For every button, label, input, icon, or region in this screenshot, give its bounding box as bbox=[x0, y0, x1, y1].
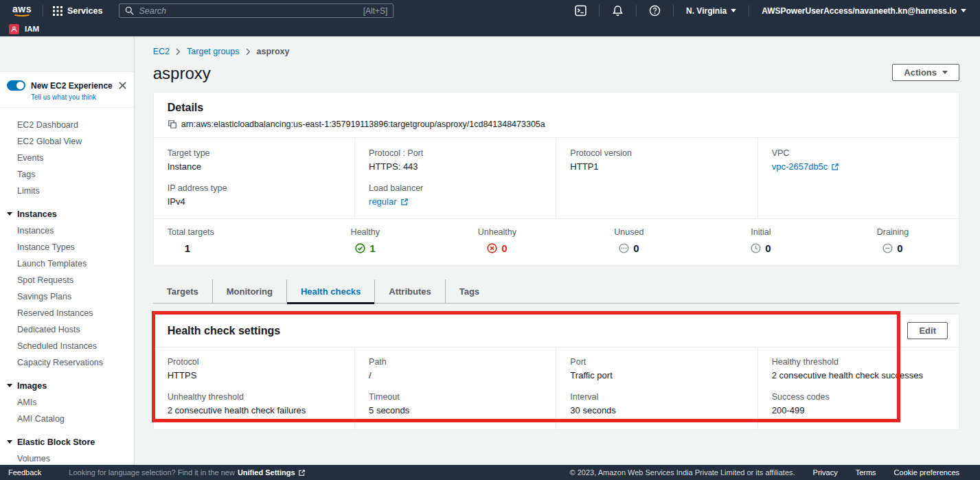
language-prompt: Looking for language selection? Find it … bbox=[69, 468, 235, 477]
breadcrumb-target-groups[interactable]: Target groups bbox=[187, 47, 239, 56]
new-ec2-experience-panel: New EC2 Experience Tell us what you thin… bbox=[0, 71, 134, 108]
protocol-value: HTTPS bbox=[168, 370, 341, 380]
divider bbox=[749, 5, 749, 16]
sidebar-item-limits[interactable]: Limits bbox=[0, 183, 134, 199]
sidebar-item-launch-templates[interactable]: Launch Templates bbox=[0, 255, 134, 272]
healthy-check-icon bbox=[355, 243, 365, 253]
triangle-down-icon bbox=[7, 384, 12, 387]
terms-link[interactable]: Terms bbox=[856, 468, 876, 477]
sidebar-item-ami-catalog[interactable]: AMI Catalog bbox=[0, 411, 134, 427]
favorite-iam-link[interactable]: IAM bbox=[25, 25, 39, 33]
sidebar-item-savings-plans[interactable]: Savings Plans bbox=[0, 288, 134, 305]
vpc-link[interactable]: vpc-2657db5c bbox=[772, 161, 828, 172]
target-group-arn: arn:aws:elasticloadbalancing:us-east-1:3… bbox=[181, 119, 545, 129]
edit-button[interactable]: Edit bbox=[907, 322, 948, 339]
search-bar[interactable]: [Alt+S] bbox=[119, 3, 394, 18]
chevron-right-icon bbox=[176, 48, 181, 56]
chevron-down-icon bbox=[942, 71, 948, 74]
tab-health-checks[interactable]: Health checks bbox=[286, 279, 374, 303]
cloudshell-icon[interactable] bbox=[568, 5, 593, 16]
initial-clock-icon bbox=[751, 243, 761, 253]
help-icon[interactable] bbox=[642, 5, 668, 16]
sidebar-nav: EC2 Dashboard EC2 Global View Events Tag… bbox=[0, 108, 134, 464]
unused-ellipsis-icon bbox=[619, 243, 629, 253]
divider bbox=[599, 5, 600, 16]
feedback-link[interactable]: Feedback bbox=[8, 468, 41, 477]
actions-button[interactable]: Actions bbox=[892, 64, 959, 81]
sidebar-item-ec2-dashboard[interactable]: EC2 Dashboard bbox=[0, 117, 134, 133]
notifications-bell-icon[interactable] bbox=[605, 5, 630, 16]
breadcrumb-ec2[interactable]: EC2 bbox=[153, 47, 170, 56]
sidebar-section-images[interactable]: Images bbox=[0, 377, 134, 394]
account-label: AWSPowerUserAccess/navaneeth.kn@harness.… bbox=[762, 6, 957, 16]
details-grid: Target type Instance IP address type IPv… bbox=[154, 137, 959, 218]
sidebar-item-reserved-instances[interactable]: Reserved Instances bbox=[0, 305, 134, 321]
success-codes-value: 200-499 bbox=[772, 405, 945, 415]
sidebar-item-capacity-reservations[interactable]: Capacity Reservations bbox=[0, 354, 134, 371]
triangle-down-icon bbox=[7, 212, 12, 216]
services-label: Services bbox=[67, 6, 102, 16]
interval-label: Interval bbox=[570, 392, 743, 402]
search-icon bbox=[125, 6, 134, 15]
total-targets: Total targets 1 bbox=[154, 227, 299, 254]
new-experience-toggle[interactable] bbox=[7, 80, 25, 91]
new-experience-title: New EC2 Experience bbox=[31, 81, 113, 91]
sidebar-item-amis[interactable]: AMIs bbox=[0, 394, 134, 411]
protocol-label: Protocol bbox=[168, 357, 341, 367]
divider bbox=[636, 5, 637, 16]
aws-logo[interactable]: aws bbox=[12, 5, 32, 16]
protocol-version-value: HTTP1 bbox=[570, 161, 743, 172]
breadcrumb-current: asproxy bbox=[257, 47, 290, 56]
healthy-threshold-value: 2 consecutive health check successes bbox=[772, 370, 945, 380]
iam-service-icon bbox=[9, 24, 19, 34]
port-value: Traffic port bbox=[570, 370, 743, 380]
copyright-text: © 2023, Amazon Web Services India Privat… bbox=[570, 468, 795, 477]
sidebar-item-dedicated-hosts[interactable]: Dedicated Hosts bbox=[0, 321, 134, 338]
protocol-port-label: Protocol : Port bbox=[369, 148, 542, 158]
top-navigation: aws Services [Alt+S] bbox=[0, 0, 980, 36]
tell-us-link[interactable]: Tell us what you think bbox=[31, 93, 113, 101]
sidebar-item-ec2-global-view[interactable]: EC2 Global View bbox=[0, 133, 134, 150]
tab-attributes[interactable]: Attributes bbox=[374, 279, 444, 303]
privacy-link[interactable]: Privacy bbox=[813, 468, 838, 477]
sidebar-item-instances[interactable]: Instances bbox=[0, 222, 134, 239]
path-value: / bbox=[369, 370, 542, 380]
top-nav-utilities: N. Virginia AWSPowerUserAccess/navaneeth… bbox=[568, 5, 973, 16]
unhealthy-threshold-label: Unhealthy threshold bbox=[168, 392, 341, 402]
sidebar-item-tags[interactable]: Tags bbox=[0, 166, 134, 183]
health-check-grid: Protocol HTTPS Unhealthy threshold 2 con… bbox=[154, 347, 959, 429]
details-card: Details arn:aws:elasticloadbalancing:us-… bbox=[153, 92, 959, 266]
load-balancer-label: Load balancer bbox=[369, 183, 542, 193]
close-icon[interactable] bbox=[118, 81, 127, 90]
copy-icon[interactable] bbox=[168, 119, 177, 129]
target-type-label: Target type bbox=[168, 148, 341, 158]
cookie-preferences-link[interactable]: Cookie preferences bbox=[894, 468, 959, 477]
health-check-settings-title: Health check settings bbox=[168, 325, 281, 337]
sidebar-item-events[interactable]: Events bbox=[0, 150, 134, 166]
sidebar-item-instance-types[interactable]: Instance Types bbox=[0, 239, 134, 255]
region-selector[interactable]: N. Virginia bbox=[679, 6, 743, 16]
target-type-value: Instance bbox=[168, 161, 341, 172]
top-nav-row: aws Services [Alt+S] bbox=[0, 0, 980, 21]
external-link-icon bbox=[400, 198, 409, 206]
tab-monitoring[interactable]: Monitoring bbox=[212, 279, 286, 303]
sidebar-item-spot-requests[interactable]: Spot Requests bbox=[0, 272, 134, 288]
path-label: Path bbox=[369, 357, 542, 367]
tab-tags[interactable]: Tags bbox=[445, 279, 493, 303]
sidebar-item-volumes[interactable]: Volumes bbox=[0, 450, 134, 464]
sidebar-item-scheduled-instances[interactable]: Scheduled Instances bbox=[0, 338, 134, 354]
account-menu[interactable]: AWSPowerUserAccess/navaneeth.kn@harness.… bbox=[755, 6, 973, 16]
services-menu-button[interactable]: Services bbox=[49, 6, 106, 16]
unified-settings-link[interactable]: Unified Settings bbox=[238, 468, 295, 477]
search-input[interactable] bbox=[139, 6, 358, 16]
aws-console-window: aws Services [Alt+S] bbox=[0, 0, 980, 480]
vpc-label: VPC bbox=[772, 148, 945, 158]
tab-targets[interactable]: Targets bbox=[153, 279, 212, 303]
draining-minus-icon bbox=[882, 243, 893, 253]
sidebar-section-elastic-block-store[interactable]: Elastic Block Store bbox=[0, 433, 134, 450]
triangle-down-icon bbox=[7, 440, 12, 444]
breadcrumb: EC2 Target groups asproxy bbox=[153, 47, 959, 56]
sidebar-section-instances[interactable]: Instances bbox=[0, 205, 134, 222]
load-balancer-link[interactable]: regular bbox=[369, 196, 396, 207]
healthy-count: Healthy 1 bbox=[299, 227, 431, 254]
